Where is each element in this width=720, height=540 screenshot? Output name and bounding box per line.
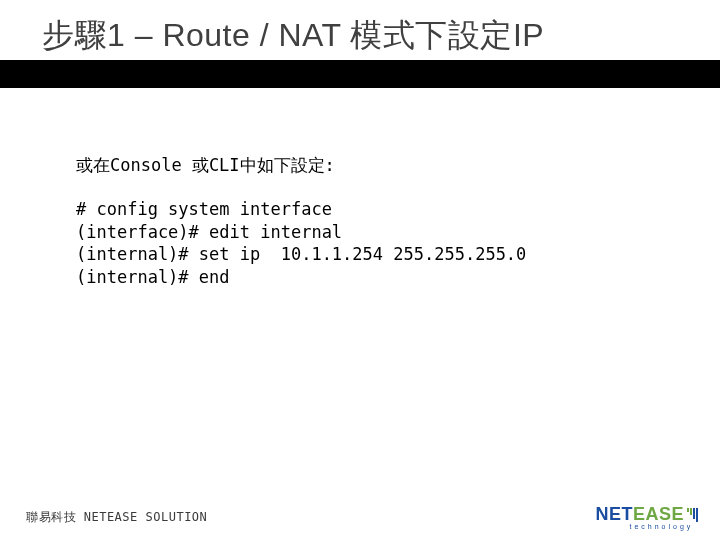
intro-text: 或在Console 或CLI中如下設定: — [76, 154, 720, 176]
logo-text-ease: EASE — [633, 504, 684, 524]
cli-line-2: (interface)# edit internal — [76, 221, 720, 243]
title-underline-bar — [0, 60, 720, 88]
logo-text-net: NET — [595, 504, 633, 524]
cli-line-1: # config system interface — [76, 198, 720, 220]
cli-line-4: (internal)# end — [76, 266, 720, 288]
slide-title: 步驟1 – Route / NAT 模式下設定IP — [42, 14, 720, 58]
slide-body: 或在Console 或CLI中如下設定: # config system int… — [0, 88, 720, 288]
logo-subtext: technology — [629, 523, 698, 530]
logo-bars-icon — [687, 508, 698, 522]
footer-text: 聯易科技 NETEASE SOLUTION — [26, 509, 207, 526]
cli-line-3: (internal)# set ip 10.1.1.254 255.255.25… — [76, 243, 720, 265]
netease-logo: NETEASE technology — [595, 504, 698, 530]
